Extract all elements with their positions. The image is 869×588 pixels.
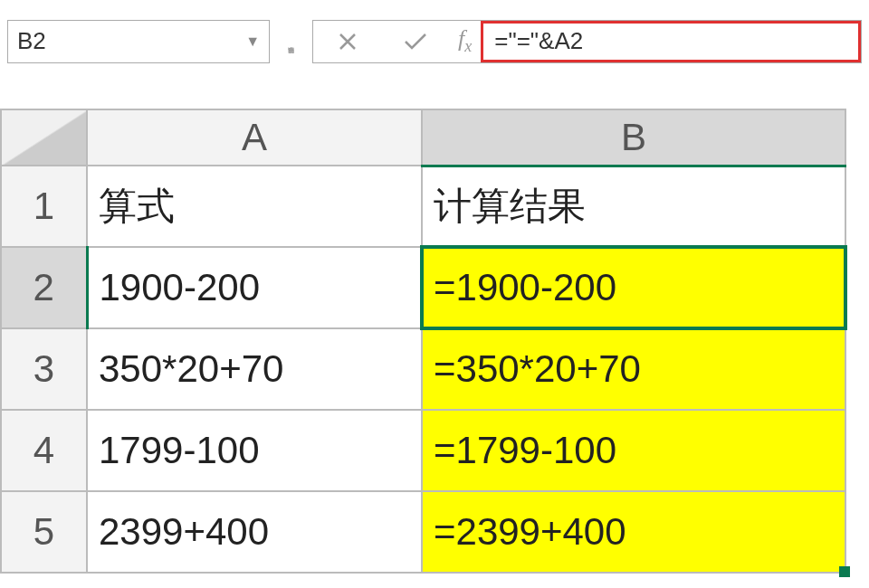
- name-box-value: B2: [17, 27, 245, 55]
- formula-controls: fx ="="&A2: [312, 20, 862, 63]
- cell-B2[interactable]: =1900-200: [422, 247, 845, 328]
- fill-handle[interactable]: [839, 566, 850, 577]
- cell-B3[interactable]: =350*20+70: [422, 328, 845, 410]
- name-box-dropdown-icon[interactable]: ▼: [245, 33, 260, 50]
- row-header-2[interactable]: 2: [1, 247, 87, 328]
- column-header-B[interactable]: B: [422, 109, 845, 166]
- cell-A3[interactable]: 350*20+70: [87, 328, 422, 410]
- cell-B5-value: =2399+400: [434, 510, 626, 553]
- x-icon: [337, 31, 358, 52]
- row-header-4[interactable]: 4: [1, 410, 87, 491]
- check-icon: [403, 31, 428, 52]
- cell-B4[interactable]: =1799-100: [422, 410, 845, 491]
- cancel-formula-button[interactable]: [313, 21, 381, 62]
- spreadsheet-grid: A B 1 算式 计算结果 2 1900-200 =1900-200 3 350…: [0, 109, 846, 574]
- row-header-5[interactable]: 5: [1, 491, 87, 573]
- fx-label[interactable]: fx: [449, 25, 481, 56]
- formula-input[interactable]: ="="&A2: [481, 21, 861, 62]
- column-header-A[interactable]: A: [87, 109, 422, 166]
- formula-bar: B2 ▼ 自动调整 fx ="="&A2: [0, 0, 869, 86]
- cell-A2[interactable]: 1900-200: [87, 247, 422, 328]
- row-header-1[interactable]: 1: [1, 166, 87, 247]
- cell-A4[interactable]: 1799-100: [87, 410, 422, 491]
- select-all-corner[interactable]: [1, 109, 87, 166]
- name-box[interactable]: B2 ▼: [7, 20, 270, 63]
- cell-A5[interactable]: 2399+400: [87, 491, 422, 573]
- row-header-3[interactable]: 3: [1, 328, 87, 410]
- confirm-formula-button[interactable]: [381, 21, 449, 62]
- cell-A1[interactable]: 算式: [87, 166, 422, 247]
- cell-B1[interactable]: 计算结果: [422, 166, 845, 247]
- cell-B5[interactable]: =2399+400: [422, 491, 845, 573]
